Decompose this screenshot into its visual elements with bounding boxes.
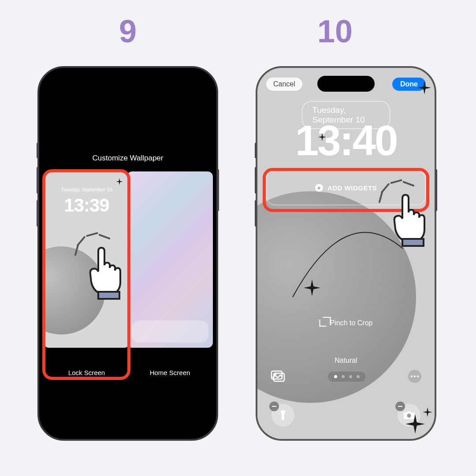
volume-down-button <box>255 200 257 227</box>
remove-badge[interactable] <box>269 402 279 411</box>
power-button <box>217 169 219 211</box>
page-dot-active <box>334 375 337 378</box>
customize-wallpaper-title: Customize Wallpaper <box>39 154 216 163</box>
remove-badge[interactable] <box>395 402 405 411</box>
svg-rect-5 <box>402 239 424 246</box>
volume-up-button <box>255 167 257 193</box>
page-dot <box>357 375 360 378</box>
home-screen-label: Home Screen <box>127 369 213 376</box>
cancel-button[interactable]: Cancel <box>266 78 302 91</box>
home-screen-option[interactable]: Home Screen <box>127 171 213 361</box>
filter-natural-label: Natural <box>257 357 435 364</box>
side-button <box>37 143 38 158</box>
pinch-crop-label: Pinch to Crop <box>330 319 373 327</box>
tap-indicator-icon <box>77 238 134 304</box>
page-dot <box>342 375 345 378</box>
page-dot <box>349 375 352 378</box>
volume-down-button <box>37 200 38 227</box>
tap-indicator-icon <box>381 185 439 251</box>
side-button <box>255 143 257 158</box>
svg-rect-4 <box>98 292 119 299</box>
volume-up-button <box>37 167 38 193</box>
phone-frame-step10: Cancel Done Tuesday, September 10 13:40 … <box>256 66 436 441</box>
time-widget[interactable]: 13:40 <box>257 116 435 165</box>
more-options-button[interactable] <box>408 370 421 383</box>
dynamic-island <box>317 76 375 92</box>
dynamic-island <box>99 76 156 92</box>
phone-screen: Cancel Done Tuesday, September 10 13:40 … <box>257 68 435 439</box>
flashlight-button[interactable] <box>271 404 294 427</box>
pinch-to-crop-hint: Pinch to Crop <box>320 319 373 327</box>
photos-icon[interactable] <box>271 370 286 383</box>
home-screen-preview <box>127 171 213 348</box>
bottom-controls-row <box>257 370 435 383</box>
filter-pagination[interactable] <box>328 372 366 382</box>
step-number-9: 9 <box>119 13 137 49</box>
crop-icon <box>320 320 327 327</box>
step-number-10: 10 <box>317 13 353 49</box>
dock-background <box>131 320 208 342</box>
